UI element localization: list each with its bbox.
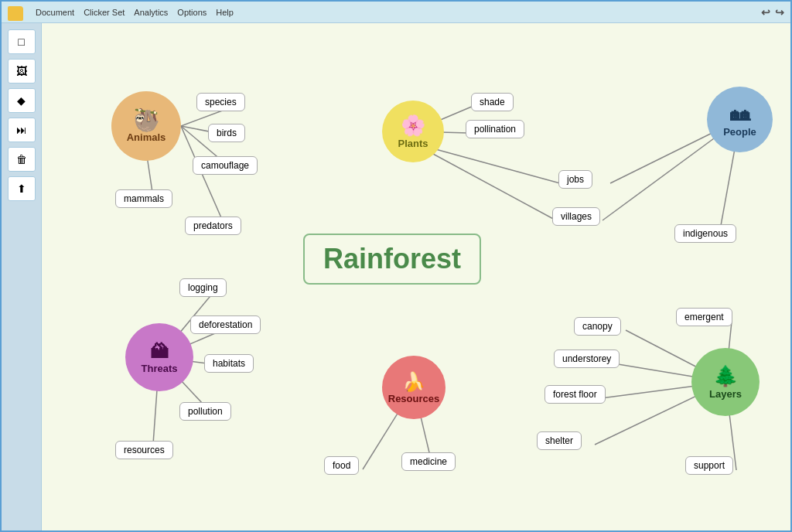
animals-camouflage-box[interactable]: camouflage bbox=[193, 156, 258, 175]
plants-shade-box[interactable]: shade bbox=[471, 93, 514, 111]
animals-mammals-box[interactable]: mammals bbox=[115, 189, 172, 208]
resources-icon: 🍌 bbox=[402, 371, 425, 393]
sidebar-media-btn[interactable]: ⏭ bbox=[8, 118, 36, 142]
redo-button[interactable]: ↪ bbox=[775, 6, 784, 19]
animals-node[interactable]: 🦥 Animals bbox=[111, 91, 181, 161]
people-label: People bbox=[723, 126, 756, 138]
threats-habitats-box[interactable]: habitats bbox=[204, 354, 254, 373]
animals-icon: 🦥 bbox=[133, 110, 160, 131]
layers-label: Layers bbox=[709, 388, 742, 400]
threats-node[interactable]: 🏔 Threats bbox=[125, 323, 193, 391]
resources-food-box[interactable]: food bbox=[324, 456, 359, 475]
resources-node[interactable]: 🍌 Resources bbox=[382, 356, 446, 419]
menu-help[interactable]: Help bbox=[216, 8, 234, 17]
sidebar-shape-btn[interactable]: ◆ bbox=[8, 88, 36, 113]
layers-forestfloor-box[interactable]: forest floor bbox=[544, 385, 606, 404]
undo-button[interactable]: ↩ bbox=[761, 6, 770, 19]
main-window: Document Clicker Set Analytics Options H… bbox=[0, 0, 792, 532]
layers-support-box[interactable]: support bbox=[685, 456, 733, 475]
menu-bar: Document Clicker Set Analytics Options H… bbox=[36, 8, 234, 17]
plants-node[interactable]: 🌸 Plants bbox=[382, 101, 444, 162]
menu-options[interactable]: Options bbox=[177, 8, 207, 17]
main-area: □ 🖼 ◆ ⏭ 🗑 ⬆ bbox=[2, 23, 790, 530]
menu-clicker-set[interactable]: Clicker Set bbox=[84, 8, 125, 17]
layers-canopy-box[interactable]: canopy bbox=[574, 317, 621, 336]
menu-document[interactable]: Document bbox=[36, 8, 74, 17]
layers-understorey-box[interactable]: understorey bbox=[554, 350, 620, 368]
animals-predators-box[interactable]: predators bbox=[185, 217, 241, 235]
sidebar-select-btn[interactable]: □ bbox=[8, 29, 36, 54]
menu-analytics[interactable]: Analytics bbox=[134, 8, 168, 17]
threats-deforestation-box[interactable]: deforestation bbox=[190, 315, 261, 334]
people-icon: 🏘 bbox=[730, 102, 750, 126]
people-indigenous-box[interactable]: indigenous bbox=[674, 224, 736, 243]
animals-species-box[interactable]: species bbox=[196, 93, 245, 111]
titlebar-controls: ↩ ↪ bbox=[761, 6, 784, 19]
people-villages-box[interactable]: villages bbox=[552, 207, 600, 226]
canvas: Rainforest 🦥 Animals species birds camou… bbox=[42, 23, 790, 530]
threats-resources-box[interactable]: resources bbox=[115, 441, 173, 459]
center-node: Rainforest bbox=[303, 234, 481, 285]
sidebar-upload-btn[interactable]: ⬆ bbox=[8, 176, 36, 201]
people-jobs-box[interactable]: jobs bbox=[558, 170, 592, 189]
sidebar-image-btn[interactable]: 🖼 bbox=[8, 59, 36, 84]
layers-shelter-box[interactable]: shelter bbox=[537, 431, 582, 450]
titlebar: Document Clicker Set Analytics Options H… bbox=[2, 2, 790, 23]
layers-emergent-box[interactable]: emergent bbox=[676, 308, 732, 326]
threats-label: Threats bbox=[142, 363, 178, 374]
threats-logging-box[interactable]: logging bbox=[179, 278, 227, 297]
people-node[interactable]: 🏘 People bbox=[707, 87, 773, 152]
threats-pollution-box[interactable]: pollution bbox=[179, 402, 231, 421]
animals-birds-box[interactable]: birds bbox=[208, 124, 245, 142]
resources-medicine-box[interactable]: medicine bbox=[401, 452, 456, 471]
sidebar-delete-btn[interactable]: 🗑 bbox=[8, 147, 36, 172]
layers-icon: 🌲 bbox=[713, 364, 738, 388]
folder-icon[interactable] bbox=[8, 6, 23, 19]
plants-label: Plants bbox=[398, 138, 428, 149]
layers-node[interactable]: 🌲 Layers bbox=[691, 348, 760, 416]
animals-label: Animals bbox=[127, 131, 166, 143]
svg-line-11 bbox=[413, 143, 556, 220]
threats-icon: 🏔 bbox=[150, 341, 169, 363]
sidebar: □ 🖼 ◆ ⏭ 🗑 ⬆ bbox=[2, 23, 42, 530]
plants-icon: 🌸 bbox=[401, 114, 425, 138]
resources-label: Resources bbox=[388, 393, 439, 404]
plants-pollination-box[interactable]: pollination bbox=[466, 120, 524, 138]
